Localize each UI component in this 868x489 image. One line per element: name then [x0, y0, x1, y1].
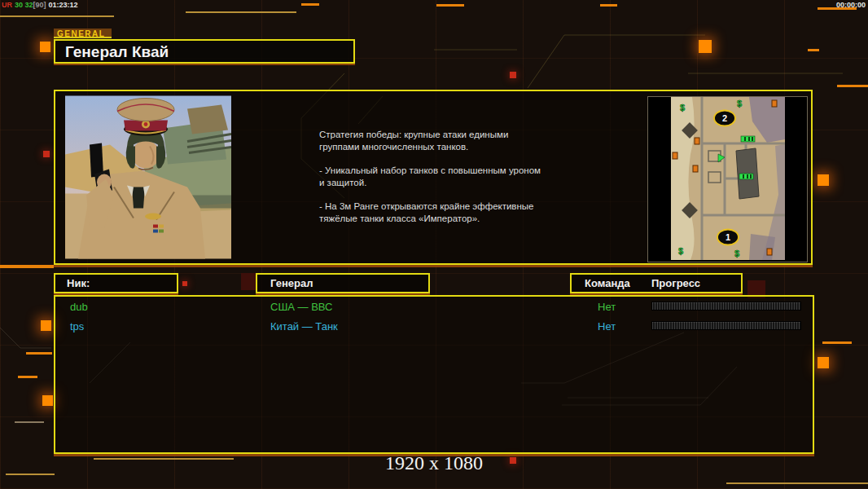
deco-dash [822, 341, 852, 344]
deco-dash [0, 265, 54, 268]
deco-red-square [43, 151, 50, 157]
minimap-image: $ $ $ $ 2 1 [671, 97, 785, 260]
supply-dollar-icon: $ [679, 103, 684, 112]
stats-ur: UR [2, 1, 12, 9]
stats-fps: 30 32 [15, 1, 33, 9]
deco-dash [837, 85, 868, 87]
screen-general-select: { "overlay": { "stats": { "ur": "UR", "f… [0, 0, 868, 489]
stats-bracket: [90] [33, 1, 46, 9]
stats-clock: 01:23:12 [49, 1, 78, 9]
supply-dollar-icon: $ [736, 99, 741, 108]
player-team: Нет [598, 320, 616, 333]
deco-orange-square [40, 42, 50, 52]
match-timer: 00:00:00 [836, 1, 866, 9]
supply-dollar-icon: $ [677, 246, 682, 256]
general-description: Стратегия победы: крупные атаки едиными … [319, 129, 588, 236]
player-nick[interactable]: dub [70, 301, 88, 313]
player-team: Нет [598, 301, 616, 313]
description-paragraph: - На 3м Ранге открываются крайне эффекти… [319, 200, 588, 224]
player-nick[interactable]: tps [70, 320, 84, 333]
deco-dash [26, 352, 52, 355]
header-progress: Прогресс [651, 275, 700, 292]
player-general: США — ВВС [270, 301, 333, 313]
description-paragraph: - Уникальный набор танков с повышенным у… [319, 165, 588, 188]
deco-line [726, 482, 868, 484]
supply-dollar-icon: $ [734, 249, 739, 258]
stats-overlay: UR30 32[90]01:23:12 [2, 1, 81, 9]
general-info-panel: Стратегия победы: крупные атаки едиными … [54, 90, 813, 265]
general-portrait-image [65, 95, 231, 259]
deco-dash [600, 4, 617, 7]
deco-orange-square [818, 174, 829, 186]
deco-orange-square [41, 320, 51, 331]
deco-line [0, 15, 114, 17]
deco-orange-square [818, 357, 829, 368]
header-team-progress: Команда Прогресс [570, 273, 743, 293]
deco-orange-square [699, 40, 712, 53]
player-general: Китай — Танк [270, 320, 338, 333]
deco-dash [808, 49, 819, 51]
page-title: Генерал Квай [54, 39, 355, 64]
deco-red-square [510, 72, 516, 78]
player-progress-bar [651, 302, 801, 311]
players-list-panel: dub США — ВВС Нет tps Китай — Танк Нет [54, 295, 814, 454]
header-team: Команда [585, 275, 630, 292]
start-position-2: 2 [721, 113, 726, 123]
deco-orange-square [42, 395, 53, 406]
deco-line [186, 11, 296, 13]
deco-dash [18, 376, 37, 378]
header-general: Генерал [256, 273, 430, 293]
map-preview: $ $ $ $ 2 1 [647, 96, 808, 262]
start-position-1: 1 [725, 232, 730, 242]
description-paragraph: Стратегия победы: крупные атаки едиными … [319, 129, 588, 152]
tab-general: GENERAL [54, 29, 112, 38]
deco-red-square [182, 281, 187, 286]
deco-line [15, 421, 44, 423]
header-nick: Ник: [54, 273, 178, 293]
resolution-label: 1920 x 1080 [0, 452, 868, 474]
deco-dash [436, 4, 464, 7]
deco-dash [301, 3, 319, 6]
player-progress-bar [651, 321, 801, 330]
